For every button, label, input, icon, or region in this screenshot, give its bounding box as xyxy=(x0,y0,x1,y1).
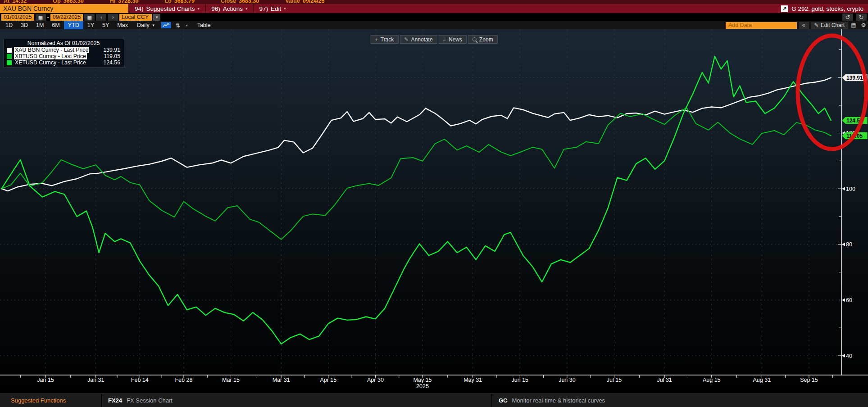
track-icon: + xyxy=(375,37,377,42)
svg-text:100: 100 xyxy=(846,186,855,192)
legend-title: Normalized As Of 01/02/2025 xyxy=(7,40,120,46)
svg-text:Apr 30: Apr 30 xyxy=(367,377,384,383)
currency-select[interactable]: Local CCY xyxy=(119,14,152,21)
suggested-functions-button[interactable]: Suggested Functions xyxy=(0,397,101,404)
legend-value: 124.56 xyxy=(103,59,120,66)
svg-text:139.91: 139.91 xyxy=(846,75,863,81)
suggested-function-gc[interactable]: GC Monitor real-time & historical curves xyxy=(492,397,605,404)
pencil-icon: ✎ xyxy=(814,22,819,28)
workspace-title[interactable]: G 292: gold, stocks, crypto xyxy=(791,5,863,12)
range-tab-1y[interactable]: 1Y xyxy=(83,21,98,29)
currency-caret-icon[interactable]: ▾ xyxy=(153,14,160,21)
legend-label: XBTUSD Curncy - Last Price xyxy=(14,53,87,59)
svg-text:May 15: May 15 xyxy=(414,377,432,383)
collapse-panel-button[interactable]: « xyxy=(799,22,809,29)
annotate-button[interactable]: ✎Annotate xyxy=(400,35,437,44)
menu-item-suggested-charts[interactable]: 94)Suggested Charts▾ xyxy=(128,4,205,13)
zoom-button[interactable]: Zoom xyxy=(468,35,498,44)
zoom-icon xyxy=(473,37,477,41)
svg-text:Aug 15: Aug 15 xyxy=(703,377,721,383)
status-bar: Suggested Functions FX24 FX Session Char… xyxy=(0,393,868,407)
redo-button[interactable]: ↻ xyxy=(856,14,867,21)
legend-row[interactable]: XETUSD Curncy - Last Price124.56 xyxy=(7,59,120,66)
range-tab-ytd[interactable]: YTD xyxy=(64,21,83,29)
add-data-input[interactable]: Add Data xyxy=(726,22,797,29)
legend-row[interactable]: XBTUSD Curncy - Last Price119.05 xyxy=(7,53,120,59)
chart-plot-area[interactable]: 406080100120140Jan 15Jan 31Feb 14Feb 28M… xyxy=(0,29,868,389)
chart-grid-icon[interactable]: ▤ xyxy=(849,22,858,29)
svg-text:Jun 30: Jun 30 xyxy=(559,377,576,383)
next-range-button[interactable]: › xyxy=(108,14,118,21)
suggested-function-fx24[interactable]: FX24 FX Session Chart xyxy=(102,397,491,404)
svg-text:Jun 15: Jun 15 xyxy=(512,377,529,383)
range-tab-1d[interactable]: 1D xyxy=(1,21,17,29)
svg-text:Mar 31: Mar 31 xyxy=(273,377,290,383)
start-calendar-icon[interactable]: ▦ xyxy=(36,14,46,21)
track-button[interactable]: +Track xyxy=(370,35,398,44)
svg-text:Feb 14: Feb 14 xyxy=(131,377,149,383)
news-button[interactable]: ≡News xyxy=(439,35,467,44)
legend-label: XAU BGN Curncy - Last Price xyxy=(14,47,89,53)
end-date-input[interactable]: 09/22/2025 xyxy=(50,14,83,21)
svg-text:80: 80 xyxy=(846,241,852,248)
svg-text:Mar 15: Mar 15 xyxy=(222,377,240,383)
svg-text:Aug 31: Aug 31 xyxy=(753,377,771,383)
range-tab-max[interactable]: Max xyxy=(113,21,132,29)
chart-tab-bar: 1D3D1M6MYTD1Y5YMax Daily ▼ ⇅ ▾ Table Add… xyxy=(0,21,868,30)
range-tab-3d[interactable]: 3D xyxy=(17,21,32,29)
svg-text:Jan 15: Jan 15 xyxy=(37,377,54,383)
security-input[interactable]: XAU BGN Curncy xyxy=(0,4,128,13)
svg-text:Apr 15: Apr 15 xyxy=(320,377,336,383)
svg-text:Feb 28: Feb 28 xyxy=(175,377,192,383)
start-date-input[interactable]: 01/01/2025 xyxy=(1,14,34,21)
caret-down-icon: ▾ xyxy=(245,6,248,11)
line-chart-type-icon[interactable] xyxy=(161,22,171,28)
legend-row[interactable]: XAU BGN Curncy - Last Price139.91 xyxy=(7,47,120,53)
export-icon[interactable]: ↗ xyxy=(781,5,788,12)
range-tab-5y[interactable]: 5Y xyxy=(98,21,113,29)
edit-chart-button[interactable]: ✎ Edit Chart xyxy=(811,22,848,29)
menu-item-edit[interactable]: 97)Edit▾ xyxy=(253,4,291,13)
svg-text:Jul 15: Jul 15 xyxy=(607,377,622,383)
ohlc-field: Close3683.30 xyxy=(221,0,259,2)
legend-swatch xyxy=(7,60,12,65)
svg-text:2025: 2025 xyxy=(416,383,429,389)
chart-toolbar: +Track✎Annotate≡NewsZoom xyxy=(370,35,497,44)
range-tab-1m[interactable]: 1M xyxy=(32,21,48,29)
table-button[interactable]: Table xyxy=(190,22,218,28)
sort-icon[interactable]: ⇅ xyxy=(173,22,183,28)
date-bar: 01/01/2025 ▦ - 09/22/2025 ▦ ‹ › Local CC… xyxy=(0,13,868,21)
ohlc-strip: At14:32Op3683.30Hi3728.30Lo3683.79Close3… xyxy=(0,0,868,4)
gear-icon[interactable]: ⚙ xyxy=(859,22,868,29)
legend-value: 139.91 xyxy=(103,47,120,53)
ohlc-field: At14:32 xyxy=(4,0,27,2)
ohlc-field: Lo3683.79 xyxy=(164,0,194,2)
ohlc-field: Op3683.30 xyxy=(53,0,84,2)
caret-down-icon: ▼ xyxy=(152,23,155,27)
svg-text:Sep 15: Sep 15 xyxy=(800,377,818,383)
period-select[interactable]: Daily ▼ xyxy=(132,22,160,28)
date-range-separator: - xyxy=(47,14,49,20)
prev-range-button[interactable]: ‹ xyxy=(96,14,106,21)
end-calendar-icon[interactable]: ▦ xyxy=(84,14,95,21)
menu-item-actions[interactable]: 96)Actions▾ xyxy=(205,4,253,13)
chart-type-caret-icon[interactable]: ▾ xyxy=(184,22,190,28)
menu-bar: XAU BGN Curncy 94)Suggested Charts▾96)Ac… xyxy=(0,4,868,13)
annotate-icon: ✎ xyxy=(404,36,408,42)
ohlc-field: Hi3728.30 xyxy=(110,0,139,2)
legend-swatch xyxy=(7,54,12,59)
svg-text:May 31: May 31 xyxy=(464,377,482,383)
price-chart-svg: 406080100120140Jan 15Jan 31Feb 14Feb 28M… xyxy=(0,29,868,389)
chart-legend: Normalized As Of 01/02/2025 XAU BGN Curn… xyxy=(4,39,124,68)
caret-down-icon: ▾ xyxy=(198,6,200,11)
legend-label: XETUSD Curncy - Last Price xyxy=(14,59,87,66)
bloomberg-terminal-chart-window: { "top_strip": { "fields": [ {"label": "… xyxy=(0,0,868,407)
caret-down-icon: ▾ xyxy=(284,6,286,11)
svg-text:Jul 31: Jul 31 xyxy=(657,377,672,383)
ohlc-field: Value09/24/25 xyxy=(285,0,324,2)
news-icon: ≡ xyxy=(443,37,446,42)
svg-text:60: 60 xyxy=(846,297,852,303)
range-tab-6m[interactable]: 6M xyxy=(48,21,64,29)
legend-swatch xyxy=(7,48,12,53)
undo-button[interactable]: ↺ xyxy=(842,14,853,21)
